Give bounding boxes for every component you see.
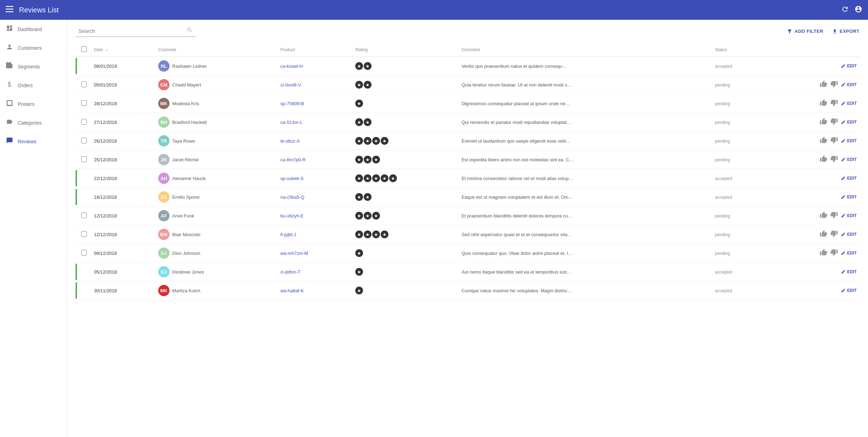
edit-button[interactable]: EDIT <box>841 288 857 293</box>
search-box[interactable] <box>76 25 196 37</box>
edit-button[interactable]: EDIT <box>841 64 857 68</box>
customer-name[interactable]: Maritza Kutch <box>172 288 200 293</box>
customer-cell: DJDestinee Jones <box>155 263 278 281</box>
thumbdown-button[interactable] <box>830 249 838 258</box>
customer-name[interactable]: Arvel Funk <box>172 213 194 218</box>
search-input[interactable] <box>78 28 184 34</box>
edit-button[interactable]: EDIT <box>841 120 857 125</box>
thumbdown-button[interactable] <box>830 136 838 146</box>
menu-icon[interactable] <box>6 6 13 14</box>
product-link[interactable]: wa-mh7zm-M <box>280 251 308 256</box>
edit-button[interactable]: EDIT <box>841 157 857 162</box>
sidebar-item-segments[interactable]: Segments <box>0 57 67 76</box>
edit-button[interactable]: EDIT <box>841 251 857 256</box>
row-checkbox[interactable] <box>81 231 87 237</box>
row-checkbox[interactable] <box>81 250 87 256</box>
sidebar-item-posters-label: Posters <box>18 101 34 107</box>
row-checkbox[interactable] <box>81 212 87 218</box>
toolbar-right: ADD FILTER EXPORT <box>787 29 860 34</box>
customer-cell: BHBradford Hackett <box>155 113 278 132</box>
product-link[interactable]: bu-x6zyh-E <box>280 213 304 218</box>
star-icon: ★ <box>364 212 371 220</box>
thumbup-button[interactable] <box>820 249 827 258</box>
thumbup-button[interactable] <box>820 230 827 239</box>
checkbox-cell <box>77 206 91 225</box>
customer-cell: AFArvel Funk <box>155 206 278 225</box>
comment-cell: Cumque natus maxime hic voluptates. Magn… <box>459 281 712 300</box>
actions-cell: EDIT <box>763 76 860 94</box>
account-icon[interactable] <box>855 5 862 15</box>
product-link[interactable]: wa-ha8af-K <box>280 288 304 293</box>
customer-name[interactable]: Blair Mosciski <box>172 232 200 237</box>
product-link[interactable]: sp-uukek-S <box>280 176 304 181</box>
product-link[interactable]: ca-513or-L <box>280 120 303 125</box>
thumbup-button[interactable] <box>820 118 827 127</box>
product-link[interactable]: ca-8m7p0-R <box>280 157 306 162</box>
thumbup-button[interactable] <box>820 211 827 221</box>
date-column-header[interactable]: Date ↓ <box>91 43 155 57</box>
sidebar-item-categories[interactable]: Categories <box>0 113 67 132</box>
edit-button[interactable]: EDIT <box>841 232 857 237</box>
status-badge: pending <box>715 101 730 106</box>
sidebar-item-dashboard[interactable]: Dashboard <box>0 20 67 38</box>
sidebar-item-customers[interactable]: Customers <box>0 38 67 57</box>
product-link[interactable]: te-sltuz-A <box>280 138 300 144</box>
customer-name[interactable]: Modesta Kris <box>172 101 199 106</box>
customer-name[interactable]: Rashawn Ledner <box>172 64 207 69</box>
export-label: EXPORT <box>840 29 860 34</box>
customer-name[interactable]: Chadd Mayert <box>172 82 201 88</box>
comment-cell: Et praesentium blanditiis deleniti dolor… <box>459 206 712 225</box>
product-link[interactable]: fl-jyjbt-J <box>280 232 296 237</box>
customer-name[interactable]: Alexanne Hauck <box>172 176 206 181</box>
product-link[interactable]: sp-75809-B <box>280 101 304 106</box>
customer-name[interactable]: Emilio Sporer <box>172 194 200 200</box>
edit-button[interactable]: EDIT <box>841 176 857 181</box>
star-icon: ★ <box>355 268 363 276</box>
checkbox-cell <box>77 281 91 300</box>
comment-cell: Quis consequatur quo. Vitae dolor animi … <box>459 244 712 263</box>
thumbup-button[interactable] <box>820 136 827 146</box>
edit-button[interactable]: EDIT <box>841 269 857 274</box>
row-checkbox[interactable] <box>81 156 87 162</box>
thumbdown-button[interactable] <box>830 211 838 221</box>
sidebar-item-posters[interactable]: Posters <box>0 95 67 113</box>
row-checkbox[interactable] <box>81 100 87 106</box>
edit-button[interactable]: EDIT <box>841 138 857 143</box>
thumbdown-button[interactable] <box>830 118 838 127</box>
status-cell: accepted <box>712 188 763 206</box>
thumbdown-button[interactable] <box>830 230 838 239</box>
row-checkbox[interactable] <box>81 119 87 125</box>
customer-name[interactable]: Janet Ritchie <box>172 157 199 162</box>
row-checkbox[interactable] <box>81 138 87 143</box>
thumbdown-button[interactable] <box>830 80 838 90</box>
star-icon: ★ <box>355 62 363 70</box>
export-button[interactable]: EXPORT <box>832 29 860 34</box>
customer-name[interactable]: Dion Johnson <box>172 251 201 256</box>
select-all-checkbox[interactable] <box>81 46 87 52</box>
thumbup-button[interactable] <box>820 99 827 108</box>
star-icon: ★ <box>372 137 380 145</box>
refresh-icon[interactable] <box>841 5 849 15</box>
product-link[interactable]: ci-0ovt8-V <box>280 82 301 88</box>
customer-name[interactable]: Taya Rowe <box>172 138 195 144</box>
sidebar-item-reviews[interactable]: Reviews <box>0 132 67 151</box>
edit-button[interactable]: EDIT <box>841 213 857 218</box>
sidebar-item-orders[interactable]: Orders <box>0 76 67 95</box>
edit-button[interactable]: EDIT <box>841 101 857 106</box>
thumbdown-button[interactable] <box>830 99 838 108</box>
edit-button[interactable]: EDIT <box>841 194 857 199</box>
customer-cell: BMBlair Mosciski <box>155 225 278 244</box>
add-filter-button[interactable]: ADD FILTER <box>787 29 823 34</box>
product-link[interactable]: na-c5ka5-Q <box>280 194 304 200</box>
product-link[interactable]: ci-jldhm-T <box>280 269 301 275</box>
search-icon <box>186 27 193 35</box>
edit-button[interactable]: EDIT <box>841 82 857 87</box>
row-checkbox[interactable] <box>81 82 87 87</box>
thumbup-button[interactable] <box>820 80 827 90</box>
thumbup-button[interactable] <box>820 155 827 164</box>
product-link[interactable]: ca-ksswl-H <box>280 64 303 69</box>
customer-name[interactable]: Bradford Hackett <box>172 120 207 125</box>
customer-name[interactable]: Destinee Jones <box>172 269 204 275</box>
thumbdown-button[interactable] <box>830 155 838 164</box>
star-icon: ★ <box>389 174 397 182</box>
